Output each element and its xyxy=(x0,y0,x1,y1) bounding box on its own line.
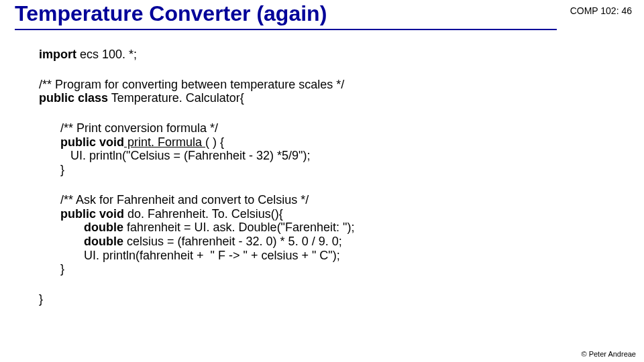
import-rest: ecs 100. *; xyxy=(76,48,137,61)
m2-name: do. Fahrenheit. To. Celsius(){ xyxy=(124,207,283,221)
m1-paren: ( ) { xyxy=(205,135,224,149)
course-label: COMP 102: 46 xyxy=(557,1,632,16)
slide-title: Temperature Converter (again) xyxy=(15,1,557,30)
kw-m1-sig: public void xyxy=(60,135,124,149)
method1-comment: /** Print conversion formula */ xyxy=(60,121,644,135)
class-name: Temperature. Calculator{ xyxy=(108,91,244,105)
m2-line1: fahrenheit = UI. ask. Double("Farenheit:… xyxy=(123,221,354,234)
m2-line2: celsius = (fahrenheit - 32. 0) * 5. 0 / … xyxy=(123,235,342,248)
m2-close: } xyxy=(60,262,644,276)
kw-m2-sig: public void xyxy=(60,207,124,221)
kw-public-class: public class xyxy=(39,91,108,105)
m2-line3: UI. println(fahrenheit + " F -> " + cels… xyxy=(60,249,644,263)
slide-body: import ecs 100. *; /** Program for conve… xyxy=(0,30,644,306)
m1-close: } xyxy=(60,163,644,177)
m1-body: UI. println("Celsius = (Fahrenheit - 32)… xyxy=(60,149,644,163)
kw-double-2: double xyxy=(60,235,123,248)
method2-comment: /** Ask for Fahrenheit and convert to Ce… xyxy=(60,193,644,207)
copyright: © Peter Andreae xyxy=(582,350,637,358)
class-comment: /** Program for converting between tempe… xyxy=(39,78,644,92)
kw-import: import xyxy=(39,48,76,61)
class-close: } xyxy=(39,292,644,306)
kw-double-1: double xyxy=(60,221,123,234)
m1-name: print. Formula xyxy=(124,135,205,149)
